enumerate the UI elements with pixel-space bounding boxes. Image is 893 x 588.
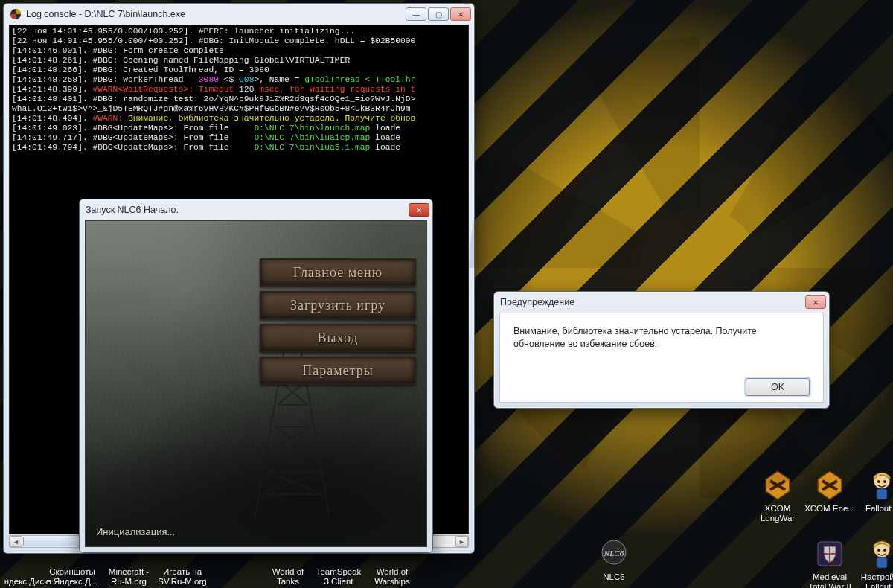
icon-label: Скриншоты в Яндекс.Д... bbox=[46, 567, 98, 587]
icon-label: World of Tanks bbox=[262, 567, 314, 587]
desktop-icon-fallout3[interactable]: Fallout 3 bbox=[856, 469, 893, 514]
desktop-icon-minecraft[interactable]: Minecraft - Ru-M.org bbox=[103, 567, 155, 587]
warning-close-button[interactable]: ✕ bbox=[805, 295, 826, 309]
desktop-icon-screenshots[interactable]: Скриншоты в Яндекс.Д... bbox=[46, 567, 98, 587]
svg-rect-5 bbox=[877, 489, 887, 499]
launcher-menu-button[interactable]: Параметры bbox=[260, 357, 416, 385]
vaultboy-icon bbox=[865, 469, 893, 502]
desktop-icon-xcom-longwar[interactable]: XCOM LongWar bbox=[752, 469, 804, 523]
xcom-icon bbox=[761, 469, 794, 502]
desktop-icon-yandex-disk[interactable]: ндекс.Диск bbox=[0, 577, 52, 587]
warning-message: Внимание, библиотека значительно устарел… bbox=[513, 325, 810, 374]
console-line: [22 ноя 14:01:45.955/0.000/+00.252]. #DB… bbox=[12, 36, 466, 46]
console-line: [14:01:48.404]. #WARN: Внимание, библиот… bbox=[12, 114, 466, 124]
icon-label: TeamSpeak 3 Client bbox=[313, 567, 365, 587]
warning-body: Внимание, библиотека значительно устарел… bbox=[499, 313, 824, 403]
console-line: [14:01:48.401]. #DBG: randomize test: 2o… bbox=[12, 95, 466, 104]
game-launcher-window[interactable]: Запуск NLC6 Начало. ✕ Главное менюЗагруз… bbox=[79, 199, 433, 553]
icon-label: World of Warships bbox=[366, 567, 418, 587]
warning-title: Предупреждение bbox=[500, 297, 799, 307]
launcher-menu: Главное менюЗагрузить игруВыходПараметры bbox=[260, 258, 416, 385]
scroll-left-button[interactable]: ◄ bbox=[10, 536, 22, 547]
desktop-icon-ts3[interactable]: TeamSpeak 3 Client bbox=[313, 567, 365, 587]
launcher-menu-button[interactable]: Главное меню bbox=[260, 258, 416, 287]
xcom-icon bbox=[813, 469, 846, 502]
launcher-body: Главное менюЗагрузить игруВыходПараметры… bbox=[85, 220, 427, 547]
console-line: [14:01:48.266]. #DBG: Created ToolThread… bbox=[12, 65, 466, 75]
console-line: [14:01:48.399]. #WARN<WaitRequests>: Tim… bbox=[12, 85, 466, 95]
icon-label: Minecraft - Ru-M.org bbox=[103, 567, 155, 587]
console-line: [14:01:48.268]. #DBG: WorkerThread 3080 … bbox=[12, 75, 466, 85]
desktop-icon-xcom-ene[interactable]: XCOM Ene... bbox=[804, 469, 856, 514]
close-button[interactable]: ✕ bbox=[450, 7, 471, 21]
launcher-title: Запуск NLC6 Начало. bbox=[86, 205, 403, 215]
console-line: [14:01:48.261]. #DBG: Opening named File… bbox=[12, 56, 466, 65]
icon-label: Играть на SV.Ru-M.org bbox=[156, 567, 208, 587]
app-icon bbox=[10, 8, 22, 20]
icon-label: ндекс.Диск bbox=[4, 577, 48, 587]
launcher-status: Инициализация... bbox=[96, 526, 175, 537]
icon-label: Fallout 3 bbox=[865, 504, 893, 514]
ok-button[interactable]: OK bbox=[746, 378, 810, 396]
console-line: whaL.O12+tW1$>v^>_&jD5TEMRQTJ#gn@xa%r6vH… bbox=[12, 104, 466, 114]
icon-label: XCOM Ene... bbox=[804, 504, 855, 514]
console-title: Log console - D:\NLC 7\bin\launch.exe bbox=[26, 9, 400, 19]
console-line: [14:01:49.023]. #DBG<UpdateMaps>: From f… bbox=[12, 124, 466, 133]
minimize-button[interactable]: — bbox=[406, 7, 426, 21]
desktop-icon-wows[interactable]: World of Warships bbox=[366, 567, 418, 587]
launcher-titlebar[interactable]: Запуск NLC6 Начало. ✕ bbox=[80, 199, 432, 220]
console-line: [14:01:46.001]. #DBG: Form create comple… bbox=[12, 46, 466, 56]
warning-titlebar[interactable]: Предупреждение ✕ bbox=[494, 292, 829, 313]
svg-point-3 bbox=[877, 480, 880, 483]
desktop-icon-play-sv[interactable]: Играть на SV.Ru-M.org bbox=[156, 567, 208, 587]
desktop-icon-wot[interactable]: World of Tanks bbox=[262, 567, 314, 587]
console-lines: [22 ноя 14:01:45.955/0.000/+00.252]. #PE… bbox=[10, 25, 468, 154]
console-line: [14:01:49.794]. #DBG<UpdateMaps>: From f… bbox=[12, 143, 466, 153]
launcher-menu-button[interactable]: Выход bbox=[260, 324, 416, 352]
console-line: [14:01:49.717]. #DBG<UpdateMaps>: From f… bbox=[12, 133, 466, 143]
warning-dialog[interactable]: Предупреждение ✕ Внимание, библиотека зн… bbox=[493, 291, 830, 409]
icon-label: XCOM LongWar bbox=[752, 504, 804, 523]
launcher-close-button[interactable]: ✕ bbox=[409, 203, 429, 217]
svg-point-4 bbox=[883, 480, 886, 483]
scroll-right-button[interactable]: ► bbox=[455, 536, 468, 547]
console-line: [22 ноя 14:01:45.955/0.000/+00.252]. #PE… bbox=[12, 27, 466, 36]
console-titlebar[interactable]: Log console - D:\NLC 7\bin\launch.exe — … bbox=[4, 4, 474, 25]
maximize-button[interactable]: ▢ bbox=[428, 7, 449, 21]
launcher-menu-button[interactable]: Загрузить игру bbox=[260, 291, 416, 319]
